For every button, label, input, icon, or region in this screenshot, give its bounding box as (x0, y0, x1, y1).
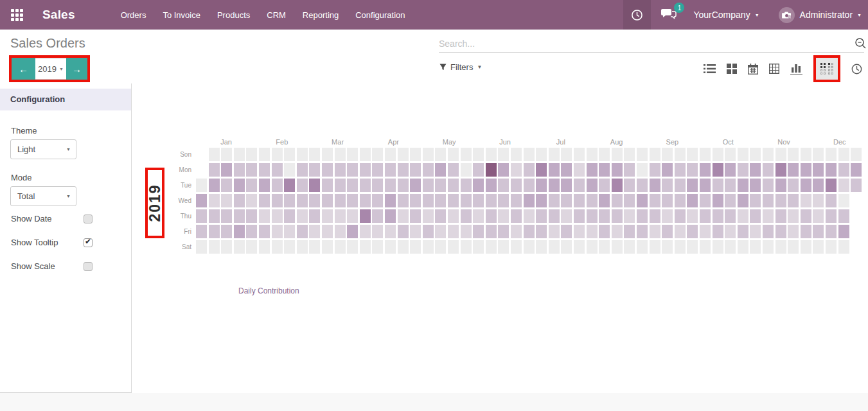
heatmap-cell[interactable] (435, 163, 446, 177)
heatmap-cell[interactable] (284, 163, 295, 177)
heatmap-cell[interactable] (687, 148, 698, 161)
kanban-view-button[interactable] (727, 64, 737, 74)
heatmap-cell[interactable] (221, 240, 232, 254)
heatmap-cell[interactable] (599, 179, 610, 192)
heatmap-cell[interactable] (662, 209, 673, 223)
heatmap-cell[interactable] (385, 240, 396, 254)
heatmap-cell[interactable] (511, 163, 522, 177)
heatmap-cell[interactable] (461, 148, 472, 161)
heatmap-cell[interactable] (511, 209, 522, 223)
heatmap-cell[interactable] (347, 225, 358, 238)
heatmap-cell[interactable] (826, 179, 837, 192)
heatmap-cell[interactable] (322, 194, 333, 207)
heatmap-cell[interactable] (561, 194, 572, 207)
app-name[interactable]: Sales (42, 8, 75, 22)
heatmap-cell[interactable] (372, 163, 383, 177)
heatmap-cell[interactable] (801, 194, 811, 207)
heatmap-cell[interactable] (826, 163, 837, 177)
year-dropdown[interactable]: 2019 ▼ (35, 58, 66, 80)
heatmap-cell[interactable] (486, 163, 497, 177)
heatmap-cell[interactable] (687, 240, 698, 254)
heatmap-cell[interactable] (385, 225, 396, 238)
heatmap-cell[interactable] (372, 148, 383, 161)
heatmap-cell[interactable] (196, 209, 207, 223)
heatmap-cell[interactable] (435, 194, 446, 207)
heatmap-cell[interactable] (687, 225, 698, 238)
heatmap-cell[interactable] (587, 148, 598, 161)
heatmap-cell[interactable] (536, 240, 547, 254)
heatmap-cell[interactable] (826, 209, 837, 223)
heatmap-cell[interactable] (675, 179, 686, 192)
heatmap-cell[interactable] (448, 179, 459, 192)
heatmap-cell[interactable] (234, 225, 245, 238)
heatmap-cell[interactable] (372, 179, 383, 192)
heatmap-cell[interactable] (826, 225, 837, 238)
heatmap-cell[interactable] (498, 194, 509, 207)
heatmap-cell[interactable] (423, 194, 434, 207)
heatmap-cell[interactable] (511, 148, 522, 161)
heatmap-cell[interactable] (309, 148, 320, 161)
heatmap-cell[interactable] (549, 194, 560, 207)
heatmap-cell[interactable] (347, 163, 358, 177)
heatmap-cell[interactable] (410, 163, 421, 177)
heatmap-cell[interactable] (423, 209, 434, 223)
heatmap-cell[interactable] (435, 225, 446, 238)
heatmap-cell[interactable] (524, 163, 535, 177)
heatmap-cell[interactable] (486, 194, 497, 207)
heatmap-cell[interactable] (309, 163, 320, 177)
heatmap-cell[interactable] (725, 209, 736, 223)
heatmap-cell[interactable] (297, 148, 308, 161)
heatmap-cell[interactable] (738, 163, 748, 177)
heatmap-cell[interactable] (561, 179, 572, 192)
heatmap-cell[interactable] (309, 194, 320, 207)
heatmap-cell[interactable] (196, 225, 207, 238)
heatmap-cell[interactable] (700, 225, 711, 238)
heatmap-cell[interactable] (775, 225, 786, 238)
heatmap-cell[interactable] (234, 194, 245, 207)
heatmap-cell[interactable] (574, 148, 585, 161)
heatmap-cell[interactable] (398, 225, 409, 238)
heatmap-cell[interactable] (461, 163, 472, 177)
heatmap-cell[interactable] (763, 179, 774, 192)
heatmap-cell[interactable] (624, 194, 635, 207)
heatmap-cell[interactable] (524, 209, 535, 223)
heatmap-cell[interactable] (398, 194, 409, 207)
graph-view-button[interactable] (790, 63, 802, 74)
heatmap-cell[interactable] (246, 240, 257, 254)
heatmap-cell[interactable] (221, 225, 232, 238)
heatmap-cell[interactable] (410, 225, 421, 238)
heatmap-cell[interactable] (801, 148, 811, 161)
search-magnifier-icon[interactable] (855, 37, 866, 51)
heatmap-cell[interactable] (221, 209, 232, 223)
heatmap-cell[interactable] (385, 179, 396, 192)
heatmap-cell[interactable] (624, 179, 635, 192)
heatmap-cell[interactable] (347, 148, 358, 161)
heatmap-cell[interactable] (725, 240, 736, 254)
heatmap-cell[interactable] (561, 225, 572, 238)
calendar-view-button[interactable] (748, 64, 758, 74)
heatmap-cell[interactable] (209, 194, 220, 207)
heatmap-cell[interactable] (511, 240, 522, 254)
heatmap-cell[interactable] (750, 163, 761, 177)
heatmap-cell[interactable] (385, 148, 396, 161)
heatmap-cell[interactable] (498, 240, 509, 254)
heatmap-cell[interactable] (196, 179, 207, 192)
heatmap-cell[interactable] (587, 209, 598, 223)
heatmap-cell[interactable] (536, 163, 547, 177)
pivot-view-button[interactable] (769, 64, 779, 74)
heatmap-cell[interactable] (750, 209, 761, 223)
heatmap-cell[interactable] (599, 148, 610, 161)
heatmap-cell[interactable] (838, 209, 849, 223)
heatmap-cell[interactable] (775, 240, 786, 254)
apps-menu-button[interactable] (0, 0, 33, 30)
heatmap-cell[interactable] (398, 148, 409, 161)
heatmap-cell[interactable] (209, 209, 220, 223)
heatmap-cell[interactable] (549, 148, 560, 161)
heatmap-cell[interactable] (410, 194, 421, 207)
heatmap-cell[interactable] (196, 194, 207, 207)
heatmap-cell[interactable] (209, 179, 220, 192)
heatmap-cell[interactable] (448, 163, 459, 177)
heatmap-cell[interactable] (700, 148, 711, 161)
heatmap-cell[interactable] (763, 194, 774, 207)
heatmap-cell[interactable] (259, 194, 270, 207)
